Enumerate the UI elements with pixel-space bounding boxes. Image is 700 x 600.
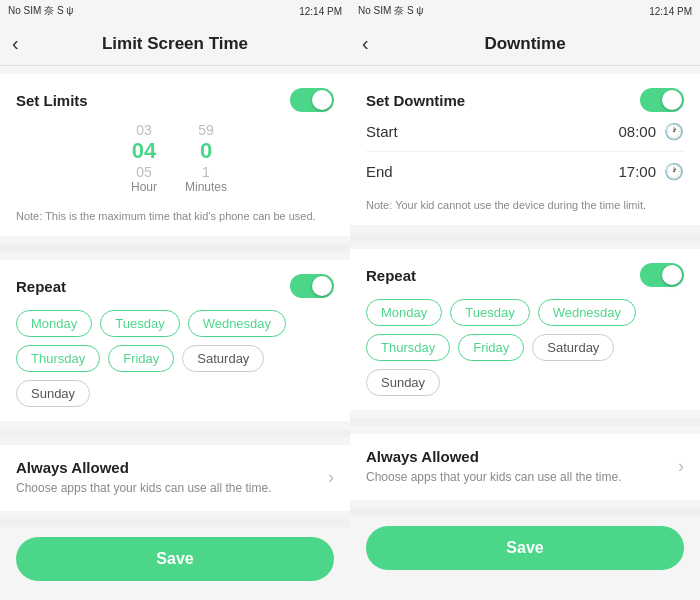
status-left-right: No SIM 奈 S ψ [358, 4, 423, 18]
end-clock-icon: 🕐 [664, 162, 684, 181]
min-selected[interactable]: 0 [200, 138, 212, 164]
set-limits-toggle[interactable] [290, 88, 334, 112]
day-saturday-left[interactable]: Saturday [182, 345, 264, 372]
end-time-value: 17:00 [618, 163, 656, 180]
repeat-toggle-left[interactable] [290, 274, 334, 298]
day-sunday-left[interactable]: Sunday [16, 380, 90, 407]
day-saturday-right[interactable]: Saturday [532, 334, 614, 361]
battery-time-right: 12:14 PM [649, 6, 692, 17]
start-time-value: 08:00 [618, 123, 656, 140]
day-wednesday-right[interactable]: Wednesday [538, 299, 636, 326]
status-left: No SIM 奈 S ψ [8, 4, 73, 18]
day-thursday-right[interactable]: Thursday [366, 334, 450, 361]
hour-selected[interactable]: 04 [132, 138, 156, 164]
status-right: 12:14 PM [299, 6, 342, 17]
day-friday-right[interactable]: Friday [458, 334, 524, 361]
min-below: 1 [202, 164, 210, 180]
start-time-row[interactable]: Start 08:00 🕐 [366, 112, 684, 152]
chevron-icon-left: › [328, 467, 334, 488]
aa-content-left: Always Allowed Choose apps that your kid… [16, 459, 320, 497]
min-above: 59 [198, 122, 214, 138]
hour-above: 03 [136, 122, 152, 138]
save-btn-wrap-left: Save [0, 527, 350, 593]
page-title-left: Limit Screen Time [102, 34, 248, 54]
hour-label: Hour [131, 180, 157, 194]
aa-content-right: Always Allowed Choose apps that your kid… [366, 448, 670, 486]
page-title-right: Downtime [484, 34, 565, 54]
time-separator [169, 149, 181, 169]
repeat-row-right: Repeat [366, 263, 684, 287]
start-label: Start [366, 123, 398, 140]
content-left: Set Limits 03 04 05 Hour 59 0 1 Minutes [0, 66, 350, 600]
repeat-toggle-right[interactable] [640, 263, 684, 287]
divider-1 [0, 244, 350, 252]
day-friday-left[interactable]: Friday [108, 345, 174, 372]
status-bar-left: No SIM 奈 S ψ 12:14 PM [0, 0, 350, 22]
end-value-group: 17:00 🕐 [618, 162, 684, 181]
start-value-group: 08:00 🕐 [618, 122, 684, 141]
save-button-left[interactable]: Save [16, 537, 334, 581]
set-limits-section: Set Limits 03 04 05 Hour 59 0 1 Minutes [0, 74, 350, 236]
min-label: Minutes [185, 180, 227, 194]
status-bar-right: No SIM 奈 S ψ 12:14 PM [350, 0, 700, 22]
screen-limit-screen-time: No SIM 奈 S ψ 12:14 PM ‹ Limit Screen Tim… [0, 0, 350, 600]
back-button-right[interactable]: ‹ [362, 32, 369, 55]
repeat-row-left: Repeat [16, 274, 334, 298]
status-right-right: 12:14 PM [649, 6, 692, 17]
back-button-left[interactable]: ‹ [12, 32, 19, 55]
hour-below: 05 [136, 164, 152, 180]
save-btn-wrap-right: Save [350, 516, 700, 582]
days-grid-right: Monday Tuesday Wednesday Thursday Friday… [366, 299, 684, 396]
no-sim-text: No SIM 奈 S ψ [8, 4, 73, 18]
repeat-label-left: Repeat [16, 278, 66, 295]
divider-3 [0, 519, 350, 527]
divider-2 [0, 429, 350, 437]
end-time-row[interactable]: End 17:00 🕐 [366, 152, 684, 191]
aa-sub-left: Choose apps that your kids can use all t… [16, 480, 320, 497]
downtime-note: Note: Your kid cannot use the device dur… [366, 199, 684, 211]
day-wednesday-left[interactable]: Wednesday [188, 310, 286, 337]
battery-time: 12:14 PM [299, 6, 342, 17]
chevron-icon-right: › [678, 456, 684, 477]
aa-title-right: Always Allowed [366, 448, 670, 465]
set-downtime-row: Set Downtime [366, 88, 684, 112]
save-button-right[interactable]: Save [366, 526, 684, 570]
content-right: Set Downtime Start 08:00 🕐 End 17:00 🕐 N… [350, 66, 700, 600]
day-sunday-right[interactable]: Sunday [366, 369, 440, 396]
minutes-column: 59 0 1 Minutes [181, 122, 231, 196]
repeat-section-right: Repeat Monday Tuesday Wednesday Thursday… [350, 249, 700, 410]
divider-right-3 [350, 508, 700, 516]
divider-right-1 [350, 233, 700, 241]
day-monday-left[interactable]: Monday [16, 310, 92, 337]
set-downtime-section: Set Downtime Start 08:00 🕐 End 17:00 🕐 N… [350, 74, 700, 225]
divider-right-2 [350, 418, 700, 426]
set-downtime-toggle[interactable] [640, 88, 684, 112]
aa-title-left: Always Allowed [16, 459, 320, 476]
set-downtime-label: Set Downtime [366, 92, 465, 109]
time-picker: 03 04 05 Hour 59 0 1 Minutes [16, 112, 334, 202]
end-label: End [366, 163, 393, 180]
day-tuesday-left[interactable]: Tuesday [100, 310, 179, 337]
repeat-label-right: Repeat [366, 267, 416, 284]
hour-column: 03 04 05 Hour [119, 122, 169, 196]
repeat-section-left: Repeat Monday Tuesday Wednesday Thursday… [0, 260, 350, 421]
always-allowed-left[interactable]: Always Allowed Choose apps that your kid… [0, 445, 350, 511]
day-monday-right[interactable]: Monday [366, 299, 442, 326]
top-nav-left: ‹ Limit Screen Time [0, 22, 350, 66]
top-nav-right: ‹ Downtime [350, 22, 700, 66]
start-clock-icon: 🕐 [664, 122, 684, 141]
no-sim-text-right: No SIM 奈 S ψ [358, 4, 423, 18]
day-tuesday-right[interactable]: Tuesday [450, 299, 529, 326]
aa-sub-right: Choose apps that your kids can use all t… [366, 469, 670, 486]
screen-downtime: No SIM 奈 S ψ 12:14 PM ‹ Downtime Set Dow… [350, 0, 700, 600]
always-allowed-right[interactable]: Always Allowed Choose apps that your kid… [350, 434, 700, 500]
set-limits-row: Set Limits [16, 88, 334, 112]
days-grid-left: Monday Tuesday Wednesday Thursday Friday… [16, 310, 334, 407]
set-limits-label: Set Limits [16, 92, 88, 109]
set-limits-note: Note: This is the maximum time that kid'… [16, 210, 334, 222]
day-thursday-left[interactable]: Thursday [16, 345, 100, 372]
